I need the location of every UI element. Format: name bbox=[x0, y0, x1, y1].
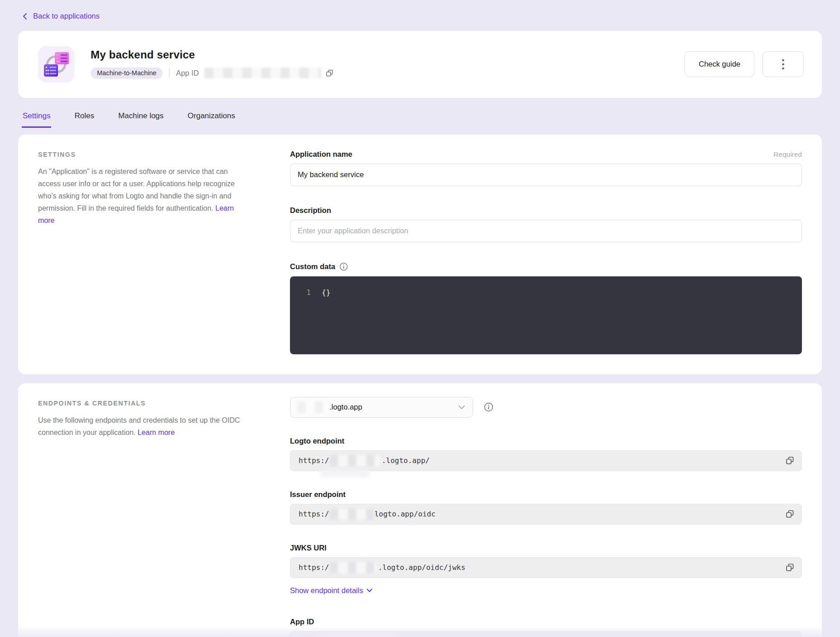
tab-organizations[interactable]: Organizations bbox=[187, 111, 236, 126]
header-actions: Check guide bbox=[685, 51, 804, 77]
custom-data-label-row: Custom data bbox=[290, 261, 802, 271]
app-header-card: My backend service Machine-to-Machine Ap… bbox=[18, 31, 822, 98]
chevron-left-icon bbox=[22, 13, 28, 20]
app-id-field bbox=[290, 631, 802, 637]
chevron-down-icon bbox=[367, 589, 372, 593]
endpoints-section-heading: ENDPOINTS & CREDENTIALS bbox=[38, 397, 252, 407]
jwks-uri-label-row: JWKS URI bbox=[290, 542, 802, 552]
application-details-page: Back to applications bbox=[0, 0, 840, 637]
issuer-endpoint-label-row: Issuer endpoint bbox=[290, 488, 802, 499]
check-guide-button[interactable]: Check guide bbox=[685, 51, 754, 77]
description-label-row: Description bbox=[290, 204, 802, 215]
settings-section-description: An "Application" is a registered softwar… bbox=[38, 165, 252, 227]
app-id-redacted-value bbox=[204, 68, 321, 78]
issuer-endpoint-field: https:/ logto.app/oidc bbox=[290, 504, 802, 525]
application-name-label: Application name bbox=[290, 150, 352, 159]
issuer-endpoint-prefix: https:/ bbox=[299, 510, 329, 518]
endpoints-learn-more-link[interactable]: Learn more bbox=[138, 429, 175, 436]
tab-bar: Settings Roles Machine logs Organization… bbox=[18, 111, 822, 126]
application-name-label-row: Application name Required bbox=[290, 148, 802, 159]
redaction-overflow bbox=[320, 470, 369, 477]
custom-data-label-text: Custom data bbox=[290, 262, 335, 271]
settings-section-heading: SETTINGS bbox=[38, 148, 252, 158]
description-label: Description bbox=[290, 206, 331, 215]
info-icon[interactable] bbox=[339, 262, 348, 271]
endpoints-section-intro: ENDPOINTS & CREDENTIALS Use the followin… bbox=[38, 397, 290, 637]
domain-select-value: .logto.app bbox=[329, 403, 362, 411]
jwks-uri-redacted bbox=[330, 562, 377, 573]
app-title: My backend service bbox=[91, 48, 334, 61]
app-meta-row: Machine-to-Machine App ID bbox=[91, 66, 334, 80]
application-name-row: Application name Required bbox=[290, 148, 802, 186]
code-content: {} bbox=[311, 287, 330, 298]
settings-form: Application name Required Description Cu… bbox=[290, 148, 802, 354]
back-link-label: Back to applications bbox=[33, 12, 100, 20]
meta-divider bbox=[169, 68, 169, 77]
line-number: 1 bbox=[290, 287, 311, 298]
custom-data-row: Custom data 1 {} bbox=[290, 261, 802, 354]
app-id-redacted-block bbox=[319, 634, 397, 637]
endpoints-section-description: Use the following endpoints and credenti… bbox=[38, 414, 252, 439]
custom-data-label: Custom data bbox=[290, 262, 348, 271]
copy-icon bbox=[786, 456, 794, 465]
copy-icon bbox=[326, 69, 333, 77]
endpoints-section-card: ENDPOINTS & CREDENTIALS Use the followin… bbox=[18, 383, 822, 637]
copy-logto-endpoint-button[interactable] bbox=[785, 455, 795, 466]
code-line: 1 {} bbox=[290, 287, 802, 298]
domain-info-icon[interactable] bbox=[484, 402, 493, 412]
description-row: Description bbox=[290, 204, 802, 242]
application-name-input[interactable] bbox=[290, 164, 802, 186]
logto-endpoint-field: https:/ .logto.app/ bbox=[290, 450, 802, 471]
chevron-down-icon bbox=[458, 405, 465, 410]
back-to-applications-link[interactable]: Back to applications bbox=[22, 12, 100, 20]
logto-endpoint-label-row: Logto endpoint bbox=[290, 435, 802, 445]
settings-section-intro: SETTINGS An "Application" is a registere… bbox=[38, 148, 290, 354]
app-type-badge: Machine-to-Machine bbox=[91, 68, 163, 79]
more-actions-button[interactable] bbox=[763, 51, 804, 77]
issuer-endpoint-label: Issuer endpoint bbox=[290, 490, 346, 499]
logto-endpoint-redacted bbox=[330, 455, 381, 466]
app-id-label: App ID bbox=[176, 69, 198, 77]
copy-jwks-uri-button[interactable] bbox=[785, 562, 795, 573]
jwks-uri-field: https:/ .logto.app/oidc/jwks bbox=[290, 557, 802, 578]
copy-issuer-endpoint-button[interactable] bbox=[785, 509, 795, 519]
logto-endpoint-suffix: .logto.app/ bbox=[381, 456, 430, 465]
required-tag: Required bbox=[773, 150, 802, 159]
app-id-field-label-row: App ID bbox=[290, 616, 802, 626]
tab-roles[interactable]: Roles bbox=[73, 111, 95, 126]
app-id-redacted-block bbox=[299, 635, 316, 637]
issuer-endpoint-suffix: logto.app/oidc bbox=[374, 510, 435, 518]
jwks-uri-suffix: .logto.app/oidc/jwks bbox=[378, 563, 465, 572]
settings-description-text: An "Application" is a registered softwar… bbox=[38, 168, 235, 212]
description-input[interactable] bbox=[290, 220, 802, 242]
show-endpoint-details-label: Show endpoint details bbox=[290, 586, 363, 595]
issuer-endpoint-redacted bbox=[330, 509, 373, 520]
topbar: Back to applications bbox=[0, 0, 840, 31]
copy-icon bbox=[786, 510, 794, 518]
domain-redacted-prefix bbox=[298, 401, 328, 413]
jwks-uri-label: JWKS URI bbox=[290, 544, 327, 552]
endpoints-form: .logto.app Logto endpoint bbox=[290, 397, 802, 637]
show-endpoint-details-link[interactable]: Show endpoint details bbox=[290, 586, 372, 595]
app-header-info: My backend service Machine-to-Machine Ap… bbox=[91, 48, 334, 80]
jwks-uri-prefix: https:/ bbox=[299, 563, 329, 572]
machine-to-machine-app-icon bbox=[38, 46, 74, 82]
domain-row: .logto.app bbox=[290, 397, 802, 418]
tab-settings[interactable]: Settings bbox=[22, 111, 51, 126]
kebab-menu-icon bbox=[782, 59, 784, 70]
tab-machine-logs[interactable]: Machine logs bbox=[117, 111, 164, 126]
copy-app-id-button[interactable] bbox=[325, 68, 334, 78]
settings-section-card: SETTINGS An "Application" is a registere… bbox=[18, 135, 822, 374]
domain-select[interactable]: .logto.app bbox=[290, 397, 473, 418]
logto-endpoint-label: Logto endpoint bbox=[290, 437, 344, 445]
app-id-field-label: App ID bbox=[290, 618, 314, 626]
copy-icon bbox=[786, 563, 794, 572]
logto-endpoint-prefix: https:/ bbox=[299, 456, 329, 465]
custom-data-code-editor[interactable]: 1 {} bbox=[290, 276, 802, 354]
